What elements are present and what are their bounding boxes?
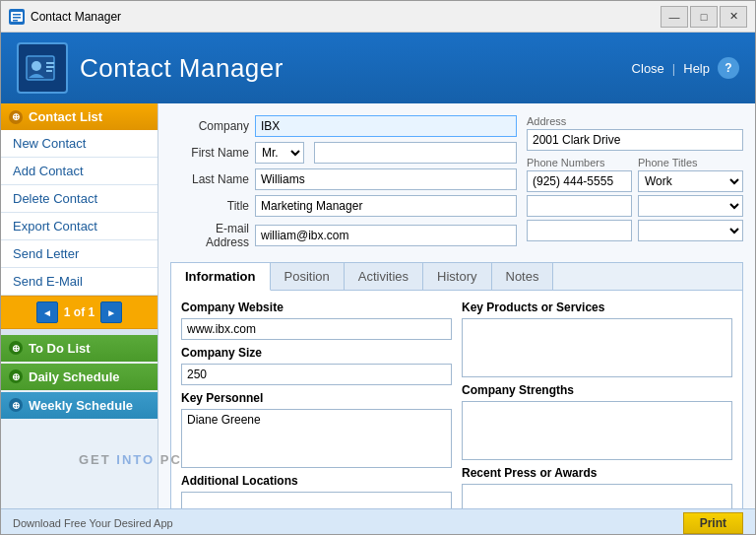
tabs-container: Information Position Activities History … [170,262,743,508]
tab-right-col: Key Products or Services Company Strengt… [462,301,732,508]
additional-locations-textarea[interactable] [181,492,452,508]
weekly-header[interactable]: ⊕ Weekly Schedule [1,392,158,419]
todo-bullet: ⊕ [9,341,23,355]
app-header-right: Close | Help ? [632,57,739,79]
sidebar-item-new-contact[interactable]: New Contact [1,130,158,158]
next-page-button[interactable]: ► [100,301,122,323]
key-personnel-textarea[interactable]: Diane Greene [181,409,452,468]
lastname-label: Last Name [170,172,249,186]
pagination: ◄ 1 of 1 ► [1,296,158,329]
weekly-label: Weekly Schedule [29,398,133,413]
weekly-bullet: ⊕ [9,398,23,412]
help-link[interactable]: Help [683,61,710,76]
phone-numbers-label: Phone Numbers [527,157,632,168]
contact-list-header[interactable]: ⊕ Contact List [1,103,158,130]
email-input[interactable] [255,225,517,246]
sidebar-item-export-contact[interactable]: Export Contact [1,213,158,240]
app-header-title: Contact Manager [80,53,284,84]
print-button[interactable]: Print [683,512,743,534]
tab-notes[interactable]: Notes [492,263,554,290]
daily-bullet: ⊕ [9,369,23,383]
additional-locations-label: Additional Locations [181,474,452,488]
prefix-select[interactable]: Mr.Mrs.Ms.Dr. [255,142,304,164]
lastname-input[interactable] [255,168,517,190]
tab-position[interactable]: Position [271,263,345,290]
sidebar-item-delete-contact[interactable]: Delete Contact [1,185,158,213]
maximize-button[interactable]: □ [690,6,718,28]
app-icon [9,9,25,25]
phone-numbers-col: Phone Numbers [527,157,632,244]
main-layout: ⊕ Contact List New Contact Add Contact D… [1,103,755,508]
bottom-bar: Download Free Your Desired App Print [1,508,755,535]
app-header: Contact Manager Close | Help ? [1,33,755,103]
email-label: E-mail Address [170,222,249,249]
app-logo [17,42,68,94]
address-group: Address [527,115,743,151]
tab-activities[interactable]: Activities [345,263,423,290]
todo-label: To Do List [29,341,91,356]
page-info: 1 of 1 [64,305,94,319]
recent-press-label: Recent Press or Awards [462,466,732,480]
company-input[interactable] [255,115,517,137]
daily-label: Daily Schedule [29,369,119,384]
close-link[interactable]: Close [632,61,664,76]
title-input[interactable] [255,195,517,217]
daily-header[interactable]: ⊕ Daily Schedule [1,364,158,390]
sidebar-item-add-contact[interactable]: Add Contact [1,158,158,185]
app-header-left: Contact Manager [17,42,284,94]
prev-page-button[interactable]: ◄ [36,301,58,323]
svg-rect-7 [46,62,54,64]
key-products-label: Key Products or Services [462,301,732,314]
company-size-input[interactable] [181,364,452,385]
firstname-input[interactable] [314,142,517,164]
phone-title-select-2[interactable]: WorkHome [638,195,743,217]
title-label: Title [170,199,249,213]
svg-point-6 [32,61,41,71]
company-strengths-textarea[interactable] [462,401,732,460]
company-size-label: Company Size [181,346,452,360]
phone-input-2[interactable] [527,195,632,217]
help-icon-button[interactable]: ? [718,57,739,79]
svg-rect-9 [46,70,52,72]
sidebar-item-send-email[interactable]: Send E-Mail [1,268,158,296]
tab-information[interactable]: Information [171,263,271,291]
company-label: Company [170,119,249,133]
phone-title-select-1[interactable]: WorkHomeMobile [638,170,743,192]
minimize-button[interactable]: — [661,6,688,28]
svg-rect-4 [13,20,18,22]
contact-list-label: Contact List [29,109,102,124]
sidebar: ⊕ Contact List New Contact Add Contact D… [1,103,158,508]
tab-left-col: Company Website Company Size Key Personn… [181,301,452,508]
title-bar-title: Contact Manager [31,10,661,24]
address-input[interactable] [527,129,743,151]
close-button[interactable]: ✕ [720,6,747,28]
contact-list-bullet: ⊕ [9,110,23,124]
form-left: Company First Name Mr.Mrs.Ms.Dr. Last Na… [170,115,517,254]
phone-section: Phone Numbers Phone Titles WorkHomeMobil… [527,157,743,244]
svg-rect-3 [13,17,21,19]
tab-history[interactable]: History [423,263,491,290]
svg-rect-8 [46,66,54,68]
address-label: Address [527,115,743,127]
phone-title-select-3[interactable]: WorkHome [638,220,743,241]
tabs-header: Information Position Activities History … [171,263,742,291]
svg-rect-2 [13,14,21,16]
key-personnel-label: Key Personnel [181,391,452,405]
company-strengths-label: Company Strengths [462,383,732,397]
sidebar-item-send-letter[interactable]: Send Letter [1,240,158,268]
company-website-input[interactable] [181,318,452,340]
header-separator: | [672,61,675,76]
title-bar-controls: — □ ✕ [661,6,747,28]
phone-input-3[interactable] [527,220,632,241]
tab-information-content: Company Website Company Size Key Personn… [171,291,742,508]
bottom-text: Download Free Your Desired App [13,517,173,529]
recent-press-textarea[interactable] [462,484,732,508]
company-website-label: Company Website [181,301,452,314]
key-products-textarea[interactable] [462,318,732,377]
phone-input-1[interactable] [527,170,632,192]
title-bar: Contact Manager — □ ✕ [1,1,755,33]
form-right: Address Phone Numbers Phone Titles WorkH… [527,115,743,254]
firstname-label: First Name [170,146,249,160]
phone-titles-col: Phone Titles WorkHomeMobile WorkHome Wor… [638,157,743,244]
todo-header[interactable]: ⊕ To Do List [1,335,158,362]
